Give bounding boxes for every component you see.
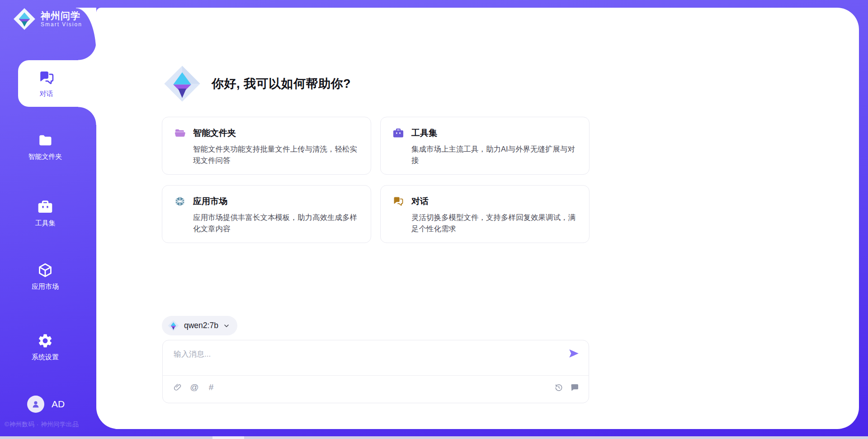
person-icon	[30, 399, 41, 410]
sidebar-item-label: 应用市场	[14, 282, 77, 291]
composer-tools-right	[554, 382, 580, 392]
card-title: 智能文件夹	[193, 127, 236, 139]
chat-icon	[38, 69, 55, 86]
cube-grid-icon	[174, 196, 186, 207]
sidebar-item-label: 工具集	[14, 219, 77, 228]
send-button[interactable]	[568, 348, 580, 359]
sidebar-item-label: 智能文件夹	[14, 153, 77, 161]
horizontal-scrollbar[interactable]	[0, 436, 868, 439]
toolbox-icon	[392, 127, 404, 139]
at-icon: @	[190, 382, 198, 392]
card-description: 灵活切换多模型文件，支持多样回复效果调试，满足个性化需求	[411, 212, 577, 234]
composer-tools-left: @ #	[173, 382, 216, 392]
history-icon	[554, 383, 563, 392]
mention-button[interactable]: @	[189, 382, 199, 392]
card-title: 工具集	[411, 127, 437, 139]
brand-name: 神州问学	[41, 10, 82, 21]
greeting-row: 你好, 我可以如何帮助你?	[162, 63, 351, 104]
sidebar-item-chat[interactable]: 对话	[18, 60, 96, 107]
avatar	[27, 396, 44, 413]
topic-button[interactable]: #	[206, 382, 216, 392]
chevron-down-icon	[223, 322, 230, 329]
brand-subtitle: Smart Vision	[41, 21, 82, 28]
card-app-market[interactable]: 应用市场 应用市场提供丰富长文本模板，助力高效生成多样化文章内容	[162, 185, 371, 243]
sidebar-item-settings[interactable]: 系统设置	[14, 333, 77, 362]
new-chat-button[interactable]	[570, 382, 580, 392]
user-initials: AD	[52, 399, 65, 410]
send-icon	[568, 348, 580, 359]
folder-open-icon	[174, 127, 186, 139]
card-description: 智能文件夹功能支持批量文件上传与清洗，轻松实现文件问答	[193, 143, 359, 166]
message-composer: @ #	[162, 340, 589, 403]
sidebar-item-app-market[interactable]: 应用市场	[14, 262, 77, 291]
model-diamond-icon	[167, 320, 179, 332]
card-toolset[interactable]: 工具集 集成市场上主流工具，助力AI与外界无缝扩展与对接	[380, 117, 590, 175]
history-button[interactable]	[554, 382, 564, 392]
attach-file-button[interactable]	[173, 382, 183, 392]
card-title: 对话	[411, 196, 429, 207]
feature-cards: 智能文件夹 智能文件夹功能支持批量文件上传与清洗，轻松实现文件问答 工具集 集成…	[162, 117, 590, 243]
paperclip-icon	[173, 383, 182, 392]
copyright-footer: ©神州数码 · 神州问学出品	[5, 420, 99, 429]
brand-diamond-icon	[13, 7, 36, 31]
model-selector[interactable]: qwen2:7b	[162, 316, 237, 335]
sidebar: 神州问学 Smart Vision 对话 智能文件夹	[0, 0, 96, 439]
message-input[interactable]	[174, 348, 553, 361]
chat-bubble-icon	[570, 383, 579, 392]
assistant-diamond-icon	[162, 63, 203, 104]
user-profile[interactable]: AD	[27, 396, 65, 413]
brand-logo: 神州问学 Smart Vision	[13, 7, 82, 31]
card-chat[interactable]: 对话 灵活切换多模型文件，支持多样回复效果调试，满足个性化需求	[380, 185, 590, 243]
toolbox-icon	[37, 199, 53, 215]
chat-icon	[392, 196, 404, 207]
card-title: 应用市场	[193, 196, 227, 207]
sidebar-item-label: 系统设置	[14, 353, 77, 362]
greeting-title: 你好, 我可以如何帮助你?	[212, 76, 351, 92]
cube-icon	[37, 262, 53, 278]
composer-divider	[163, 375, 589, 376]
card-smart-folder[interactable]: 智能文件夹 智能文件夹功能支持批量文件上传与清洗，轻松实现文件问答	[162, 117, 371, 175]
model-name: qwen2:7b	[184, 321, 218, 330]
gear-icon	[37, 333, 53, 349]
sidebar-item-label: 对话	[40, 90, 53, 98]
scrollbar-thumb[interactable]	[212, 436, 244, 439]
folder-icon	[37, 132, 53, 148]
sidebar-item-toolset[interactable]: 工具集	[14, 199, 77, 228]
app-window: 神州问学 Smart Vision 对话 智能文件夹	[0, 0, 868, 439]
card-description: 集成市场上主流工具，助力AI与外界无缝扩展与对接	[411, 143, 577, 166]
card-description: 应用市场提供丰富长文本模板，助力高效生成多样化文章内容	[193, 212, 359, 234]
sidebar-item-smart-folder[interactable]: 智能文件夹	[14, 132, 77, 161]
hash-icon: #	[209, 382, 214, 392]
